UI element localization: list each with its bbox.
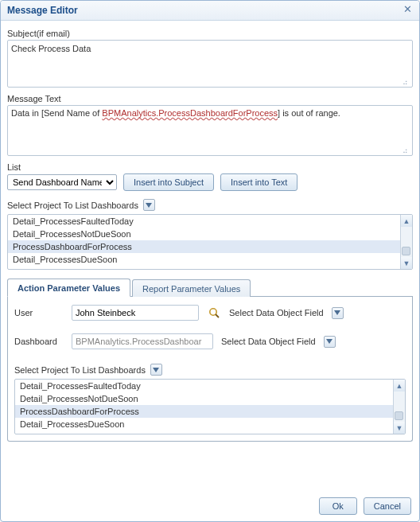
list-item[interactable]: Detail_ProcessesFaultedToday xyxy=(15,380,393,392)
action-parameter-panel: User Select Data Object Field Dashboard … xyxy=(7,297,413,442)
user-label: User xyxy=(14,308,64,317)
project-dropdown-icon-2[interactable] xyxy=(150,364,162,376)
project-dropdown-icon[interactable] xyxy=(143,199,155,211)
search-icon[interactable] xyxy=(207,306,221,320)
resize-grip-icon: ⣠ xyxy=(402,146,410,154)
list-item[interactable]: Detail_ProcessesDueSoon xyxy=(15,418,393,430)
list-item[interactable]: Detail_ProcessesDueSoon xyxy=(8,253,400,266)
svg-marker-4 xyxy=(326,339,332,344)
close-icon[interactable]: ✕ xyxy=(402,5,413,16)
select-project-label: Select Project To List Dashboards xyxy=(7,199,155,211)
subject-field-wrap: ⣠ xyxy=(7,40,413,88)
scroll-thumb[interactable] xyxy=(395,411,403,420)
scrollbar[interactable]: ▲ ▼ xyxy=(393,380,405,434)
select-data-object-label-1: Select Data Object Field xyxy=(229,308,324,317)
svg-point-1 xyxy=(209,308,216,314)
svg-marker-0 xyxy=(146,203,152,208)
scroll-down-icon[interactable]: ▼ xyxy=(401,257,412,269)
svg-marker-3 xyxy=(334,310,340,315)
subject-input[interactable] xyxy=(11,43,409,84)
scroll-thumb[interactable] xyxy=(402,247,410,255)
select-project-text: Select Project To List Dashboards xyxy=(7,201,138,210)
list-item[interactable]: ProcessDashboardForProcess xyxy=(15,405,393,418)
message-field-wrap[interactable]: Data in [Send Name of BPMAnalytics.Proce… xyxy=(7,105,413,156)
insert-into-subject-button[interactable]: Insert into Subject xyxy=(123,173,214,191)
list-item[interactable]: ProcessDashboardForProcess xyxy=(8,240,400,253)
list-item[interactable]: Detail_ProcessesNotDueSoon xyxy=(8,228,400,240)
message-label: Message Text xyxy=(7,94,413,103)
scroll-up-icon[interactable]: ▲ xyxy=(401,215,412,227)
dialog-title: Message Editor xyxy=(7,5,78,16)
message-editor-dialog: Message Editor ✕ Subject(if email) ⣠ Mes… xyxy=(0,0,420,522)
listbox-items: Detail_ProcessesFaultedTodayDetail_Proce… xyxy=(8,215,400,269)
dashboard-label: Dashboard xyxy=(14,337,64,346)
message-text-content[interactable]: Data in [Send Name of BPMAnalytics.Proce… xyxy=(11,108,409,118)
scrollbar[interactable]: ▲ ▼ xyxy=(400,215,412,269)
list-select[interactable]: Send Dashboard Name xyxy=(7,174,117,190)
user-input[interactable] xyxy=(72,305,199,321)
ok-button[interactable]: Ok xyxy=(319,497,357,515)
titlebar: Message Editor ✕ xyxy=(1,1,419,21)
parameter-tabs: Action Parameter Values Report Parameter… xyxy=(7,278,413,297)
list-item[interactable]: Detail_ProcessesNotDueSoon xyxy=(15,392,393,405)
select-project-text-2: Select Project To List Dashboards xyxy=(14,365,146,375)
dashboard-input[interactable] xyxy=(72,333,213,349)
tab-report-parameter-values[interactable]: Report Parameter Values xyxy=(132,279,251,297)
message-pre: Data in [Send Name of xyxy=(11,108,102,118)
dialog-footer: Ok Cancel xyxy=(319,497,411,515)
list-label: List xyxy=(7,162,413,172)
select-data-object-dropdown-1[interactable] xyxy=(332,307,344,319)
svg-line-2 xyxy=(216,314,219,317)
insert-into-text-button[interactable]: Insert into Text xyxy=(220,173,298,191)
list-item[interactable]: Detail_ProcessesFaultedToday xyxy=(8,215,400,228)
subject-label: Subject(if email) xyxy=(7,29,413,38)
tab-action-parameter-values[interactable]: Action Parameter Values xyxy=(7,279,130,297)
svg-marker-5 xyxy=(153,368,159,372)
dashboards-listbox-upper[interactable]: Detail_ProcessesFaultedTodayDetail_Proce… xyxy=(7,214,413,270)
message-post: ] is out of range. xyxy=(278,108,340,118)
select-data-object-label-2: Select Data Object Field xyxy=(221,337,316,346)
cancel-button[interactable]: Cancel xyxy=(364,497,411,515)
select-data-object-dropdown-2[interactable] xyxy=(324,336,336,348)
scroll-down-icon[interactable]: ▼ xyxy=(394,422,405,434)
select-project-label-2: Select Project To List Dashboards xyxy=(14,364,162,376)
listbox-items: Detail_ProcessesFaultedTodayDetail_Proce… xyxy=(15,380,393,434)
message-spellcheck-span: BPMAnalytics.ProcessDashboardForProcess xyxy=(102,108,278,118)
scroll-up-icon[interactable]: ▲ xyxy=(394,380,405,392)
dashboards-listbox-lower[interactable]: Detail_ProcessesFaultedTodayDetail_Proce… xyxy=(14,379,406,434)
